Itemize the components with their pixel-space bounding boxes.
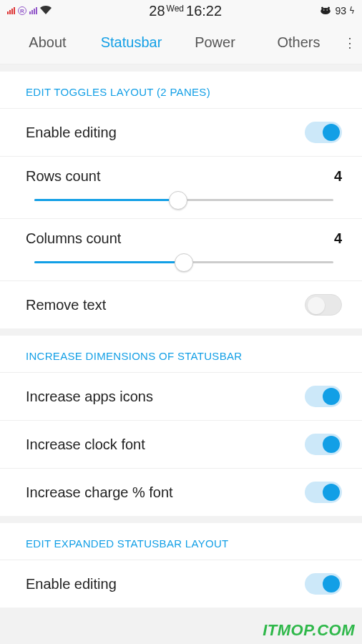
row-label: Increase clock font bbox=[26, 436, 145, 453]
toggle-increase-clock-font[interactable] bbox=[305, 434, 342, 455]
slider-thumb[interactable] bbox=[169, 191, 187, 210]
tab-others[interactable]: Others bbox=[257, 34, 341, 51]
row-increase-clock-font[interactable]: Increase clock font bbox=[0, 420, 362, 468]
row-label: Enable editing bbox=[26, 125, 117, 141]
section-header: EDIT TOGGLES LAYOUT (2 PANES) bbox=[0, 72, 362, 108]
battery-android-icon bbox=[319, 5, 332, 17]
statusbar-date: 28 bbox=[149, 3, 165, 19]
svg-point-3 bbox=[323, 9, 325, 11]
watermark: ITMOP.COM bbox=[263, 621, 355, 640]
row-enable-editing[interactable]: Enable editing bbox=[0, 108, 362, 156]
tabbar: About Statusbar Power Others ⋮ bbox=[0, 21, 362, 64]
statusbar-time: 16:22 bbox=[186, 3, 222, 19]
charging-icon: ϟ bbox=[349, 6, 355, 16]
section-header: INCREASE DIMENSIONS OF STATUSBAR bbox=[0, 336, 362, 372]
tab-statusbar[interactable]: Statusbar bbox=[89, 34, 173, 51]
tab-power[interactable]: Power bbox=[173, 34, 257, 51]
row-label: Increase apps icons bbox=[26, 389, 153, 405]
toggle-enable-editing[interactable] bbox=[305, 122, 342, 143]
registered-icon: R bbox=[18, 6, 26, 15]
row-enable-editing-expanded[interactable]: Enable editing bbox=[0, 560, 362, 608]
toggle-enable-editing-expanded[interactable] bbox=[305, 573, 342, 595]
slider-value: 4 bbox=[334, 230, 342, 247]
svg-point-2 bbox=[328, 6, 330, 9]
svg-point-4 bbox=[327, 9, 328, 11]
battery-percent: 93 bbox=[335, 5, 346, 16]
row-rows-count: Rows count 4 bbox=[0, 156, 362, 218]
statusbar-left: R bbox=[7, 5, 52, 16]
row-columns-count: Columns count 4 bbox=[0, 218, 362, 280]
section-increase-dimensions: INCREASE DIMENSIONS OF STATUSBAR Increas… bbox=[0, 336, 362, 516]
signal-sim1-icon bbox=[7, 7, 15, 14]
svg-point-1 bbox=[321, 6, 323, 9]
row-label: Enable editing bbox=[26, 576, 117, 592]
row-increase-apps-icons[interactable]: Increase apps icons bbox=[0, 372, 362, 420]
slider-thumb[interactable] bbox=[175, 253, 193, 272]
row-label: Remove text bbox=[26, 297, 106, 313]
section-expanded-layout: EDIT EXPANDED STATUSBAR LAYOUT Enable ed… bbox=[0, 523, 362, 608]
slider-rows-count[interactable] bbox=[34, 199, 333, 201]
section-header: EDIT EXPANDED STATUSBAR LAYOUT bbox=[0, 523, 362, 560]
row-remove-text[interactable]: Remove text bbox=[0, 280, 362, 328]
row-label: Rows count bbox=[26, 168, 101, 185]
row-label: Columns count bbox=[26, 230, 121, 247]
wifi-icon bbox=[40, 5, 52, 16]
signal-sim2-icon bbox=[29, 7, 37, 14]
overflow-menu-icon[interactable]: ⋮ bbox=[341, 36, 356, 49]
slider-columns-count[interactable] bbox=[34, 261, 333, 263]
toggle-remove-text[interactable] bbox=[305, 294, 342, 316]
system-statusbar: R 28 Wed 16:22 93 ϟ bbox=[0, 0, 362, 21]
row-label: Increase charge % font bbox=[26, 484, 173, 501]
section-edit-toggles: EDIT TOGGLES LAYOUT (2 PANES) Enable edi… bbox=[0, 72, 362, 328]
tab-about[interactable]: About bbox=[6, 34, 89, 51]
row-increase-charge-font[interactable]: Increase charge % font bbox=[0, 468, 362, 516]
statusbar-clock: 28 Wed 16:22 bbox=[149, 3, 222, 19]
toggle-increase-apps-icons[interactable] bbox=[305, 386, 342, 407]
statusbar-day: Wed bbox=[167, 4, 184, 14]
slider-value: 4 bbox=[334, 168, 342, 185]
toggle-increase-charge-font[interactable] bbox=[305, 482, 342, 503]
statusbar-right: 93 ϟ bbox=[319, 5, 355, 17]
